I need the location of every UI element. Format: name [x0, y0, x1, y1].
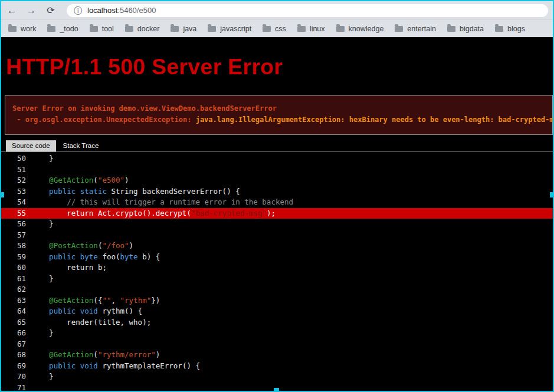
code-text: }: [31, 219, 54, 230]
bookmark-folder-javascript[interactable]: javascript: [208, 25, 251, 33]
bookmark-label: javascript: [220, 25, 251, 33]
code-text: @PostAction("/foo"): [31, 241, 133, 252]
page-content: HTTP/1.1 500 Server Error Server Error o…: [1, 37, 553, 391]
tab-source-code[interactable]: Source code: [6, 140, 56, 151]
bookmark-folder-tool[interactable]: tool: [90, 25, 114, 33]
line-number: 51: [1, 164, 26, 176]
folder-icon: [336, 26, 345, 32]
code-line-error-highlight: 55 return Act.crypto().decrypt("bad-cryp…: [1, 208, 553, 219]
line-number: 59: [1, 252, 26, 263]
tab-bar: Source code Stack Trace: [1, 140, 553, 152]
code-text: return b;: [31, 262, 107, 274]
bookmark-folder-bigdata[interactable]: bigdata: [447, 25, 484, 33]
source-code-viewer: 50 }5152 @GetAction("e500")53 public sta…: [1, 152, 553, 392]
code-line: 50 }: [1, 153, 553, 164]
bookmark-label: linux: [310, 25, 325, 33]
bookmark-folder-java[interactable]: java: [171, 25, 196, 33]
code-text: render(title, who);: [31, 317, 151, 328]
error-exception: - org.osgl.exception.UnexpectedException…: [12, 114, 546, 126]
code-line: 53 public static String backendServerErr…: [1, 186, 553, 197]
folder-icon: [263, 26, 271, 32]
code-line: 60 return b;: [1, 262, 553, 274]
code-text: // this will trigger a runtime error in …: [31, 197, 293, 208]
line-number: 57: [1, 230, 26, 241]
code-line: 54 // this will trigger a runtime error …: [1, 197, 553, 208]
line-number: 63: [1, 295, 26, 307]
code-line: 63 @GetAction({"", "rythm"}): [1, 295, 553, 307]
code-text: return Act.crypto().decrypt("bad-crypted…: [31, 208, 276, 219]
bookmark-folder-linux[interactable]: linux: [297, 25, 325, 33]
bookmark-label: knowledge: [349, 25, 384, 33]
code-text: }: [31, 371, 54, 383]
line-number: 66: [1, 328, 26, 339]
code-line: 62: [1, 284, 553, 295]
error-banner: Server Error on invoking demo.view.ViewD…: [5, 95, 553, 135]
bookmarks-bar: work_todotooldockerjavajavascriptcsslinu…: [1, 19, 553, 37]
folder-icon: [395, 26, 403, 32]
url-text: localhost:5460/e500: [87, 6, 156, 15]
bookmark-label: java: [183, 25, 196, 33]
bookmark-label: bigdata: [460, 25, 484, 33]
line-number: 58: [1, 241, 26, 252]
selection-handle-right[interactable]: [550, 192, 554, 197]
code-text: @GetAction({"", "rythm"}): [31, 295, 160, 307]
page-title: HTTP/1.1 500 Server Error: [1, 37, 553, 80]
code-text: @GetAction("rythm/error"): [31, 350, 160, 361]
line-number: 65: [1, 317, 26, 328]
folder-icon: [47, 26, 55, 32]
bookmark-folder-work[interactable]: work: [8, 25, 36, 33]
code-line: 59 public byte foo(byte b) {: [1, 252, 553, 263]
line-number: 54: [1, 197, 26, 208]
url-host: localhost: [87, 6, 117, 15]
selection-handle-left[interactable]: [0, 192, 4, 197]
code-text: public void rythmTemplateError() {: [31, 361, 200, 372]
bookmark-label: docker: [137, 25, 160, 33]
reload-icon[interactable]: ⟳: [44, 6, 58, 15]
line-number: 60: [1, 262, 26, 274]
code-line: 57: [1, 230, 553, 241]
code-text: }: [31, 328, 54, 339]
bookmark-folder-docker[interactable]: docker: [125, 25, 160, 33]
error-message: Server Error on invoking demo.view.ViewD…: [12, 103, 546, 114]
folder-icon: [447, 26, 455, 32]
code-line: 69 public void rythmTemplateError() {: [1, 361, 553, 372]
line-number: 53: [1, 186, 26, 197]
code-line: 68 @GetAction("rythm/error"): [1, 350, 553, 361]
line-number: 50: [1, 153, 26, 164]
code-line: 66 }: [1, 328, 553, 339]
address-bar[interactable]: ⓘ localhost:5460/e500: [67, 4, 548, 17]
browser-toolbar: ← → ⟳ ⓘ localhost:5460/e500: [1, 1, 553, 19]
folder-icon: [208, 26, 216, 32]
folder-icon: [90, 26, 98, 32]
bookmark-folder-_todo[interactable]: _todo: [47, 25, 78, 33]
forward-icon[interactable]: →: [24, 6, 38, 15]
code-line: 61 }: [1, 274, 553, 285]
bookmark-label: tool: [102, 25, 114, 33]
code-line: 67: [1, 339, 553, 350]
line-number: 55: [1, 208, 26, 219]
code-line: 65 render(title, who);: [1, 317, 553, 328]
line-number: 61: [1, 274, 26, 285]
bookmark-folder-blogs[interactable]: blogs: [495, 25, 525, 33]
folder-icon: [495, 26, 503, 32]
code-line: 70 }: [1, 371, 553, 383]
bookmark-folder-knowledge[interactable]: knowledge: [336, 25, 384, 33]
folder-icon: [171, 26, 179, 32]
bookmark-label: css: [275, 25, 286, 33]
bookmark-label: blogs: [507, 25, 525, 33]
back-icon[interactable]: ←: [5, 6, 19, 15]
page-info-icon[interactable]: ⓘ: [74, 6, 82, 15]
tab-stack-trace[interactable]: Stack Trace: [57, 140, 105, 151]
code-text: }: [31, 153, 54, 164]
code-text: public byte foo(byte b) {: [31, 252, 160, 263]
folder-icon: [8, 26, 17, 32]
url-path: :5460/e500: [117, 6, 156, 15]
folder-icon: [297, 26, 306, 32]
code-line: 64 public void rythm() {: [1, 306, 553, 317]
bookmark-folder-entertain[interactable]: entertain: [395, 25, 436, 33]
bookmark-folder-css[interactable]: css: [263, 25, 286, 33]
bookmark-label: entertain: [407, 25, 436, 33]
bookmark-label: work: [21, 25, 36, 33]
line-number: 71: [1, 383, 26, 392]
line-number: 62: [1, 284, 26, 295]
